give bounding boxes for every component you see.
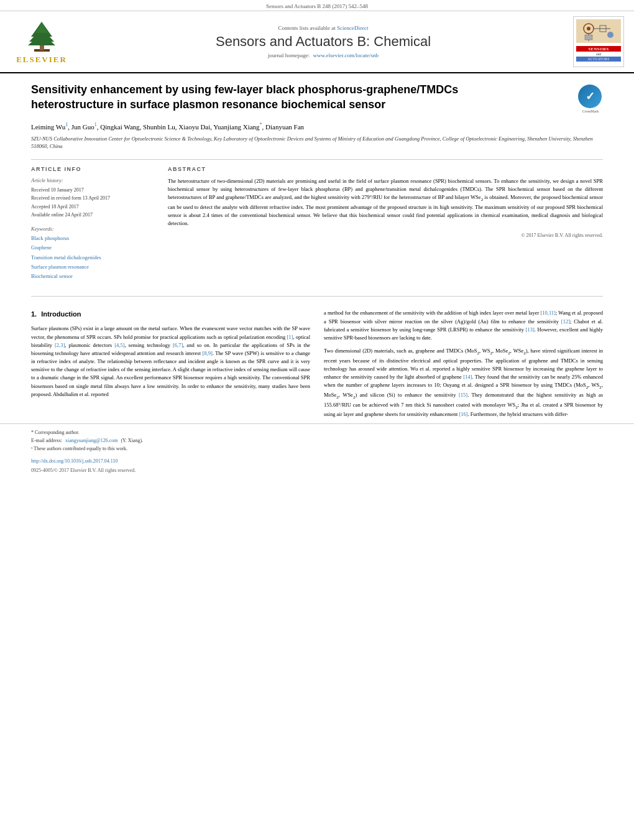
accepted-date: Accepted 18 April 2017 [31, 203, 155, 211]
intro-para-3: Two dimensional (2D) materials, such as,… [324, 347, 603, 418]
sciencedirect-link[interactable]: ScienceDirect [337, 25, 368, 31]
corresponding-author-note: * Corresponding author. [31, 429, 603, 437]
abstract-column: ABSTRACT The heterostructure of two-dime… [168, 166, 603, 288]
elsevier-label: ELSEVIER [16, 55, 67, 65]
journal-center: Contents lists available at ScienceDirec… [76, 25, 571, 58]
article-content: ✓ CrossMark Sensitivity enhancement by u… [0, 73, 634, 309]
keywords-group: Keywords: Black phosphorus Graphene Tran… [31, 226, 155, 281]
introduction-heading: 1. Introduction [31, 309, 310, 320]
elsevier-logo: ELSEVIER [7, 19, 76, 65]
svg-point-8 [587, 27, 590, 30]
svg-point-13 [607, 32, 613, 38]
contents-label: Contents lists available at ScienceDirec… [76, 25, 571, 31]
received-date: Received 10 January 2017 [31, 186, 155, 195]
abstract-copyright: © 2017 Elsevier B.V. All rights reserved… [168, 233, 603, 238]
sensors-logo-label2: ACTUATORS [576, 57, 621, 62]
article-history: Article history: Received 10 January 201… [31, 177, 155, 219]
ref-2-3[interactable]: [2,3] [55, 342, 65, 348]
revised-date: Received in revised form 13 April 2017 [31, 194, 155, 203]
journal-title: Sensors and Actuators B: Chemical [76, 34, 571, 50]
keyword-4: Surface plasmon resonance [31, 262, 155, 272]
divider-1 [31, 159, 603, 160]
journal-header: ELSEVIER Contents lists available at Sci… [0, 11, 634, 73]
intro-para-2: a method for the enhancement of the sens… [324, 309, 603, 342]
body-left-col: 1. Introduction Surface plasmons (SPs) e… [31, 309, 310, 423]
svg-rect-12 [585, 35, 592, 40]
keywords-list: Black phosphorus Graphene Transition met… [31, 234, 155, 281]
page: Sensors and Actuators B 248 (2017) 542–5… [0, 0, 634, 840]
ref-6-7[interactable]: [6,7] [173, 342, 183, 348]
ref-8-9[interactable]: [8,9] [202, 350, 212, 356]
article-dates: Received 10 January 2017 Received in rev… [31, 186, 155, 219]
crossmark[interactable]: ✓ CrossMark [578, 85, 603, 109]
doi-link[interactable]: http://dx.doi.org/10.1016/j.snb.2017.04.… [31, 458, 117, 464]
crossmark-label: CrossMark [578, 109, 603, 113]
article-info-abstract: ARTICLE INFO Article history: Received 1… [31, 166, 603, 288]
ref-13[interactable]: [13] [526, 326, 535, 333]
ref-16[interactable]: [16] [459, 411, 467, 417]
ref-15[interactable]: [15] [459, 392, 467, 398]
homepage: journal homepage: www.elsevier.com/locat… [76, 52, 571, 58]
author-sup-2: 1 [94, 122, 97, 127]
keyword-2: Graphene [31, 243, 155, 252]
keyword-3: Transition metal dichalcogenides [31, 253, 155, 262]
article-title: Sensitivity enhancement by using few-lay… [31, 82, 479, 113]
copyright-bottom: 0925-4005/© 2017 Elsevier B.V. All right… [0, 466, 634, 478]
elsevier-tree-icon [22, 19, 62, 53]
affiliation: SZU-NUS Collaborative Innovation Center … [31, 136, 603, 150]
article-info-column: ARTICLE INFO Article history: Received 1… [31, 166, 155, 288]
author-email-link[interactable]: xiangyuanjiang@126.com [65, 438, 117, 443]
keyword-5: Biochemical sensor [31, 272, 155, 281]
equal-contribution-note: ¹ These authors contributed equally to t… [31, 445, 603, 453]
body-right-col: a method for the enhancement of the sens… [324, 309, 603, 423]
crossmark-icon: ✓ [578, 85, 602, 108]
sensors-actuators-logo: SENSORS and ACTUATORS [571, 16, 627, 67]
top-bar: Sensors and Actuators B 248 (2017) 542–5… [0, 0, 634, 11]
author-star: * [260, 122, 262, 127]
divider-2 [31, 296, 603, 297]
email-note: E-mail address: xiangyuanjiang@126.com (… [31, 437, 603, 445]
ref-1[interactable]: [1] [287, 334, 293, 340]
body-content: 1. Introduction Surface plasmons (SPs) e… [0, 309, 634, 423]
journal-reference: Sensors and Actuators B 248 (2017) 542–5… [266, 3, 368, 9]
doi-line: http://dx.doi.org/10.1016/j.snb.2017.04.… [0, 456, 634, 466]
keywords-label: Keywords: [31, 226, 155, 232]
ref-14[interactable]: [14] [463, 374, 472, 380]
ref-12[interactable]: [12] [561, 318, 570, 325]
sensors-logo-graphic [576, 19, 621, 43]
article-info-label: ARTICLE INFO [31, 166, 155, 172]
abstract-text: The heterostructure of two-dimensional (… [168, 177, 603, 228]
svg-rect-6 [576, 19, 621, 43]
footnotes: * Corresponding author. E-mail address: … [0, 423, 634, 455]
intro-para-1: Surface plasmons (SPs) exist in a large … [31, 325, 310, 399]
homepage-url[interactable]: www.elsevier.com/locate/snb [313, 52, 379, 58]
ref-10-11[interactable]: [10,11] [540, 310, 555, 316]
sensors-logo-label1: SENSORS [576, 46, 621, 52]
ref-4-5[interactable]: [4,5] [114, 342, 124, 348]
history-label: Article history: [31, 177, 155, 183]
sensors-logo-and: and [596, 52, 601, 57]
available-date: Available online 24 April 2017 [31, 211, 155, 219]
authors: Leiming Wu1, Jun Guo1, Qingkai Wang, Shu… [31, 121, 603, 132]
abstract-label: ABSTRACT [168, 166, 603, 172]
keyword-1: Black phosphorus [31, 234, 155, 243]
author-sup-1: 1 [65, 122, 68, 127]
